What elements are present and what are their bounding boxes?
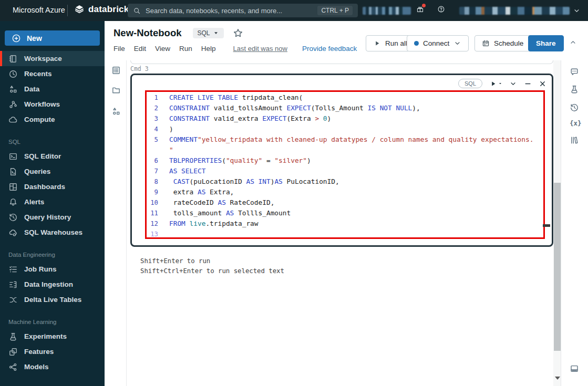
sidebar-item-alerts[interactable]: Alerts <box>0 194 105 210</box>
sidebar-item-data-ingestion[interactable]: Data Ingestion <box>0 277 105 292</box>
folder-icon <box>111 86 121 95</box>
share-label: Share <box>536 39 556 47</box>
comment-button[interactable] <box>570 67 579 77</box>
sidebar-item-models[interactable]: Models <box>0 359 105 374</box>
data-ingestion-icon <box>8 280 18 289</box>
sidebar-item-sql-warehouses[interactable]: SQL Warehouses <box>0 225 105 240</box>
cell-cmd-label: Cmd 3 <box>130 65 149 72</box>
cell-toolbar: SQL <box>458 79 546 88</box>
line-number: 12 <box>132 218 158 229</box>
line-number: 4 <box>132 124 158 134</box>
line-number: 3 <box>132 113 158 124</box>
sidebar-item-workspace[interactable]: Workspace <box>0 51 105 66</box>
lineage-button[interactable] <box>111 107 121 116</box>
code-line[interactable]: 7AS SELECT <box>132 166 548 176</box>
notebook-cell[interactable]: SQL 1CREATE LIVE TABLE tripdata_clean(2C… <box>130 74 553 247</box>
databricks-logo[interactable]: databricks <box>74 4 134 15</box>
provide-feedback-link[interactable]: Provide feedback <box>302 45 357 53</box>
sidebar-item-workflows[interactable]: Workflows <box>0 97 105 112</box>
sidebar-item-delta-live-tables[interactable]: Delta Live Tables <box>0 292 105 307</box>
code-line[interactable]: 5COMMENT"yellow_tripdata with cleaned-up… <box>132 134 548 145</box>
close-button[interactable] <box>539 80 546 88</box>
sidebar-item-queries[interactable]: Queries <box>0 164 105 179</box>
code-line[interactable]: 11 tolls_amount AS Tollls_Amount <box>132 208 548 218</box>
search-icon <box>133 7 141 15</box>
new-button[interactable]: New <box>5 30 100 46</box>
sidebar-section-label: SQL <box>8 139 105 145</box>
code-line[interactable]: 3CONSTRAINT valid_extra EXPECT(Extra > 0… <box>132 113 548 124</box>
toc-button[interactable] <box>111 66 121 75</box>
right-icon-rail: {x} <box>561 60 588 386</box>
code-line[interactable]: " <box>132 145 548 155</box>
code-line[interactable]: 6TBLPROPERTIES("quality" = "silver") <box>132 155 548 166</box>
minimize-icon <box>524 80 532 88</box>
menu-help[interactable]: Help <box>201 45 216 53</box>
code-line[interactable]: 4) <box>132 124 548 134</box>
schedule-button[interactable]: Schedule <box>474 35 531 51</box>
connect-button[interactable]: Connect <box>407 35 469 51</box>
notebook-language-dropdown[interactable]: SQL <box>193 28 224 38</box>
collapse-header-button[interactable] <box>569 38 577 46</box>
code-text: tolls_amount AS Tollls_Amount <box>169 208 548 218</box>
account-menu-button[interactable] <box>573 7 581 15</box>
favorite-star-button[interactable] <box>233 28 243 38</box>
code-editor[interactable]: 1CREATE LIVE TABLE tripdata_clean(2CONST… <box>132 92 548 239</box>
notebook-side-gutter <box>105 60 127 386</box>
scrollbar-thumb[interactable] <box>554 183 561 351</box>
dashboards-icon <box>8 182 18 192</box>
sidebar-item-dashboards[interactable]: Dashboards <box>0 179 105 194</box>
code-line[interactable]: 10 rateCodeID AS RateCodeID, <box>132 197 548 208</box>
share-button[interactable]: Share <box>528 35 564 51</box>
chevron-down-button[interactable] <box>509 80 517 88</box>
vertical-scrollbar[interactable] <box>553 60 561 386</box>
code-text: CAST(puLocationID AS INT)AS PuLocationID… <box>169 176 548 187</box>
whats-new-button[interactable] <box>416 5 424 13</box>
menu-file[interactable]: File <box>114 45 125 53</box>
main-area: New-Notebook SQL FileEditViewRunHelp Las… <box>105 21 588 386</box>
experiment-button[interactable] <box>570 85 579 94</box>
sidebar-item-query-history[interactable]: Query History <box>0 210 105 225</box>
sidebar-item-label: Models <box>24 363 49 371</box>
help-button[interactable] <box>437 5 445 13</box>
code-line[interactable]: 12FROM live.tripdata_raw <box>132 218 548 229</box>
sidebar-item-label: Experiments <box>24 332 67 340</box>
sidebar-item-recents[interactable]: Recents <box>0 66 105 81</box>
code-line[interactable]: 2CONSTRAINT valid_tollsAmount EXPECT(Tol… <box>132 103 548 113</box>
line-number: 5 <box>132 134 158 145</box>
cell-language-badge[interactable]: SQL <box>458 79 482 88</box>
sidebar-item-label: Features <box>24 348 54 356</box>
variables-button[interactable]: {x} <box>570 119 582 127</box>
sidebar-item-compute[interactable]: Compute <box>0 112 105 127</box>
notebook-title[interactable]: New-Notebook <box>114 27 182 39</box>
connect-status-dot <box>414 41 419 46</box>
minimize-button[interactable] <box>524 80 532 88</box>
bottom-panel-button[interactable] <box>570 364 579 373</box>
code-line[interactable]: 13 <box>132 229 548 239</box>
cell-toolbar-icons <box>489 80 546 88</box>
menu-edit[interactable]: Edit <box>134 45 146 53</box>
sidebar-item-label: SQL Warehouses <box>24 228 82 236</box>
sidebar-item-experiments[interactable]: Experiments <box>0 329 105 344</box>
code-line[interactable]: 1CREATE LIVE TABLE tripdata_clean( <box>132 92 548 103</box>
library-button[interactable] <box>570 135 579 145</box>
run-cell-button[interactable] <box>489 80 502 88</box>
sidebar-item-label: Compute <box>24 116 55 123</box>
code-text: CREATE LIVE TABLE tripdata_clean( <box>169 92 548 103</box>
history-button[interactable] <box>570 103 579 112</box>
code-text <box>169 229 548 239</box>
menu-view[interactable]: View <box>155 45 170 53</box>
folder-button[interactable] <box>111 86 121 95</box>
experiment-icon <box>570 85 579 94</box>
sidebar-item-features[interactable]: Features <box>0 344 105 359</box>
scrollbar-down-arrow[interactable] <box>555 377 560 380</box>
last-edit-link[interactable]: Last edit was now <box>233 45 287 53</box>
sidebar-item-job-runs[interactable]: Job Runs <box>0 262 105 277</box>
code-line[interactable]: 9 extra AS Extra, <box>132 187 548 197</box>
line-number: 8 <box>132 176 158 187</box>
global-search-input[interactable]: Search data, notebooks, recents, and mor… <box>128 4 358 17</box>
code-line[interactable]: 8 CAST(puLocationID AS INT)AS PuLocation… <box>132 176 548 187</box>
sidebar-item-label: Workspace <box>24 55 62 62</box>
sidebar-item-data[interactable]: Data <box>0 81 105 97</box>
sidebar-item-sql-editor[interactable]: SQL Editor <box>0 149 105 164</box>
menu-run[interactable]: Run <box>179 45 192 53</box>
